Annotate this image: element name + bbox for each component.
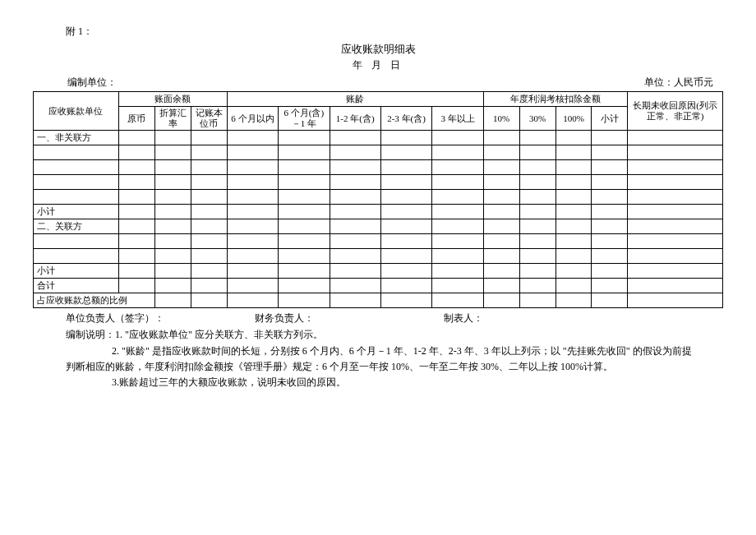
th-1-2y: 1-2 年(含) [330,107,380,131]
cell-subtotal: 小计 [34,205,119,219]
row-non-related: 一、非关联方 [34,131,723,145]
header-row-1: 应收账款单位 账面余额 账龄 年度利润考核扣除金额 长期未收回原因(列示正常、非… [34,92,723,107]
note-3: 3.账龄超过三年的大额应收账款，说明未收回的原因。 [66,375,723,390]
row-ratio: 占应收账款总额的比例 [34,293,723,308]
table-row [34,145,723,160]
table-row [34,190,723,205]
row-related: 二、关联方 [34,219,723,234]
th-2-3y: 2-3 年(含) [380,107,431,131]
th-orig-currency: 原币 [118,107,154,131]
th-exchange-rate: 折算汇率 [154,107,191,131]
cell-total: 合计 [34,279,119,293]
header-row: 编制单位： 单位：人民币元 [33,76,723,90]
note-1: 编制说明：1. "应收账款单位" 应分关联方、非关联方列示。 [66,327,723,343]
prep-unit-label: 编制单位： [35,76,117,90]
date-line: 年 月 日 [33,58,723,72]
note-2a: 2. "账龄" 是指应收账款时间的长短，分别按 6 个月内、6 个月－1 年、1… [66,344,723,359]
th-100pct: 100% [555,107,592,131]
th-within-6m: 6 个月以内 [227,107,278,131]
receivables-table: 应收账款单位 账面余额 账龄 年度利润考核扣除金额 长期未收回原因(列示正常、非… [33,91,723,308]
header-row-2: 原币 折算汇率 记账本位币 6 个月以内 6 个月(含)－1 年 1-2 年(含… [34,107,723,131]
th-deduction: 年度利润考核扣除金额 [483,92,628,107]
th-aging: 账龄 [227,92,483,107]
table-row [34,234,723,249]
th-book-balance: 账面余额 [118,92,227,107]
row-total: 合计 [34,279,723,293]
finance-head-label: 财务负责人： [255,311,444,325]
table-row [34,160,723,175]
th-reason: 长期未收回原因(列示正常、非正常) [628,92,723,131]
table-row [34,249,723,264]
currency-unit-label: 单位：人民币元 [644,76,721,90]
row-subtotal-2: 小计 [34,264,723,279]
cell-non-related: 一、非关联方 [34,131,119,145]
th-6m-1y: 6 个月(含)－1 年 [279,107,330,131]
preparer-label: 制表人： [444,311,633,325]
attachment-label: 附 1： [33,25,723,39]
th-over-3y: 3 年以上 [432,107,483,131]
th-bookkeeping-currency: 记账本位币 [191,107,227,131]
cell-subtotal: 小计 [34,264,119,279]
th-30pct: 30% [519,107,555,131]
signers-row: 单位负责人（签字）： 财务负责人： 制表人： [33,311,723,325]
th-unit: 应收账款单位 [34,92,119,131]
th-subtotal: 小计 [592,107,628,131]
row-subtotal-1: 小计 [34,205,723,219]
cell-related: 二、关联方 [34,219,119,234]
th-10pct: 10% [483,107,519,131]
notes-section: 编制说明：1. "应收账款单位" 应分关联方、非关联方列示。 2. "账龄" 是… [33,327,723,390]
unit-head-label: 单位负责人（签字）： [66,311,255,325]
note-2b: 判断相应的账龄，年度利润扣除金额按《管理手册》规定：6 个月至一年按 10%、一… [66,359,723,375]
cell-ratio: 占应收账款总额的比例 [34,293,155,308]
document-title: 应收账款明细表 [33,42,723,57]
table-row [34,175,723,190]
